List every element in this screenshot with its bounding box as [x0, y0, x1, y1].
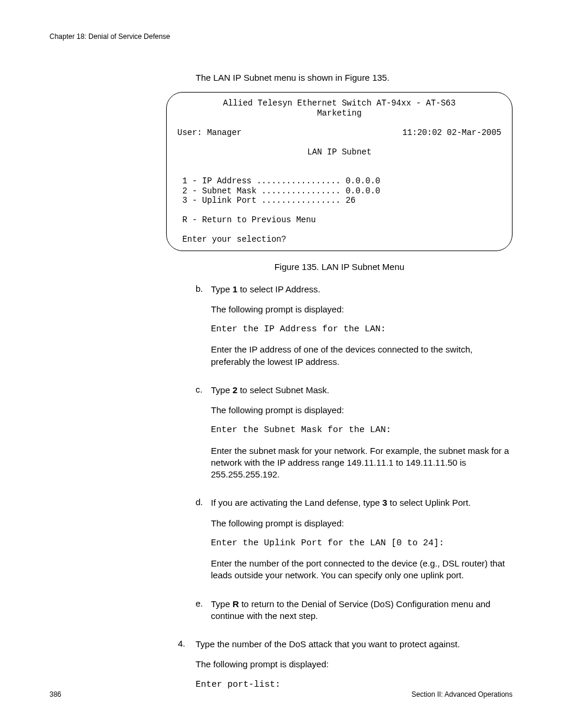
step-e: e. Type R to return to the Denial of Ser… [196, 598, 513, 631]
terminal-menu: Allied Telesyn Ethernet Switch AT-94xx -… [166, 92, 513, 251]
step-b-instruction: Type 1 to select IP Address. [211, 284, 513, 295]
terminal-datetime: 11:20:02 02-Mar-2005 [402, 128, 501, 138]
step-c-code: Enter the Subnet Mask for the LAN: [211, 424, 513, 436]
step-e-label: e. [196, 598, 211, 631]
step-d-prompt-intro: The following prompt is displayed: [211, 518, 513, 529]
step-c: c. Type 2 to select Subnet Mask. The fol… [196, 384, 513, 489]
step-d-instruction: If you are activating the Land defense, … [211, 497, 513, 509]
step-b: b. Type 1 to select IP Address. The foll… [196, 284, 513, 376]
page-number: 386 [49, 690, 61, 699]
terminal-header2: Marketing [317, 108, 362, 118]
step-4-instruction: Type the number of the DoS attack that y… [196, 638, 513, 650]
step-4-code: Enter port-list: [196, 679, 513, 691]
step-b-label: b. [196, 284, 211, 376]
section-label: Section II: Advanced Operations [412, 690, 513, 699]
step-b-explain: Enter the IP address of one of the devic… [211, 344, 513, 368]
terminal-title: LAN IP Subnet [307, 147, 371, 157]
step-c-prompt-intro: The following prompt is displayed: [211, 404, 513, 416]
figure-caption: Figure 135. LAN IP Subnet Menu [166, 262, 513, 272]
terminal-header1: Allied Telesyn Ethernet Switch AT-94xx -… [223, 98, 456, 108]
step-d-code: Enter the Uplink Port for the LAN [0 to … [211, 538, 513, 549]
step-b-prompt-intro: The following prompt is displayed: [211, 304, 513, 315]
step-e-instruction: Type R to return to the Denial of Servic… [211, 598, 513, 622]
step-d-explain: Enter the number of the port connected t… [211, 558, 513, 582]
step-d: d. If you are activating the Land defens… [196, 497, 513, 589]
intro-text: The LAN IP Subnet menu is shown in Figur… [196, 73, 513, 83]
page-footer: 386 Section II: Advanced Operations [49, 690, 513, 699]
step-c-explain: Enter the subnet mask for your network. … [211, 445, 513, 481]
page-content: The LAN IP Subnet menu is shown in Figur… [196, 73, 513, 699]
step-b-code: Enter the IP Address for the LAN: [211, 324, 513, 335]
terminal-option-1: 1 - IP Address ................. 0.0.0.0… [177, 167, 501, 245]
step-c-instruction: Type 2 to select Subnet Mask. [211, 384, 513, 396]
step-d-label: d. [196, 497, 211, 589]
terminal-user: User: Manager [177, 128, 242, 138]
step-4-prompt-intro: The following prompt is displayed: [196, 658, 513, 670]
chapter-header: Chapter 18: Denial of Service Defense [49, 32, 513, 41]
step-c-label: c. [196, 384, 211, 489]
